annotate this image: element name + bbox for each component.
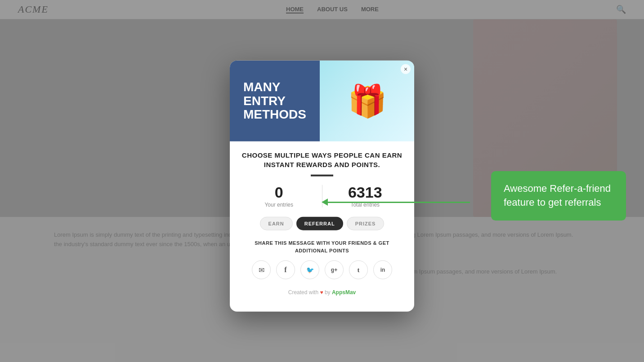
arrow-head xyxy=(322,199,328,206)
arrow-connector xyxy=(322,195,470,209)
modal-header: MANY ENTRY METHODS × 🎁 xyxy=(230,61,414,141)
your-entries-label: Your entries xyxy=(241,202,318,208)
social-icons-row: ✉ f 🐦 g+ t in xyxy=(241,260,403,279)
arrow-line xyxy=(328,202,470,203)
gift-icon: 🎁 xyxy=(348,85,387,117)
modal-header-right: × 🎁 xyxy=(320,61,414,141)
tab-referral[interactable]: REFERRAL xyxy=(296,217,343,230)
tab-prizes[interactable]: PRIZES xyxy=(347,217,385,230)
facebook-share-button[interactable]: f xyxy=(276,260,295,279)
linkedin-share-button[interactable]: in xyxy=(373,260,392,279)
googleplus-share-button[interactable]: g+ xyxy=(325,260,344,279)
tab-earn[interactable]: EARN xyxy=(260,217,293,230)
modal-divider xyxy=(311,175,333,177)
heart-icon: ♥ xyxy=(320,289,323,296)
your-entries-count: 0 xyxy=(241,185,318,200)
twitter-share-button[interactable]: 🐦 xyxy=(300,260,319,279)
footer-prefix: Created with xyxy=(288,289,318,296)
tabs-row: EARN REFERRAL PRIZES xyxy=(241,217,403,230)
appsmav-link[interactable]: AppsMav xyxy=(332,289,356,296)
share-label: SHARE THIS MESSAGE WITH YOUR FRIENDS & G… xyxy=(241,239,403,254)
modal-title: MANY ENTRY METHODS xyxy=(243,80,306,121)
modal-tagline: CHOOSE MULTIPLE WAYS PEOPLE CAN EARN INS… xyxy=(241,150,403,169)
footer-by: by xyxy=(325,289,332,296)
modal-header-left: MANY ENTRY METHODS xyxy=(230,61,320,141)
modal: MANY ENTRY METHODS × 🎁 CHOOSE MULTIPLE W… xyxy=(230,61,414,312)
modal-body: CHOOSE MULTIPLE WAYS PEOPLE CAN EARN INS… xyxy=(230,141,414,312)
callout-box: Awesome Refer-a-friend feature to get re… xyxy=(491,171,626,221)
your-entries-block: 0 Your entries xyxy=(241,185,318,208)
callout-text: Awesome Refer-a-friend feature to get re… xyxy=(504,183,611,208)
modal-footer: Created with ♥ by AppsMav xyxy=(241,289,403,303)
tumblr-share-button[interactable]: t xyxy=(349,260,368,279)
email-share-button[interactable]: ✉ xyxy=(252,260,271,279)
close-button[interactable]: × xyxy=(401,64,411,74)
